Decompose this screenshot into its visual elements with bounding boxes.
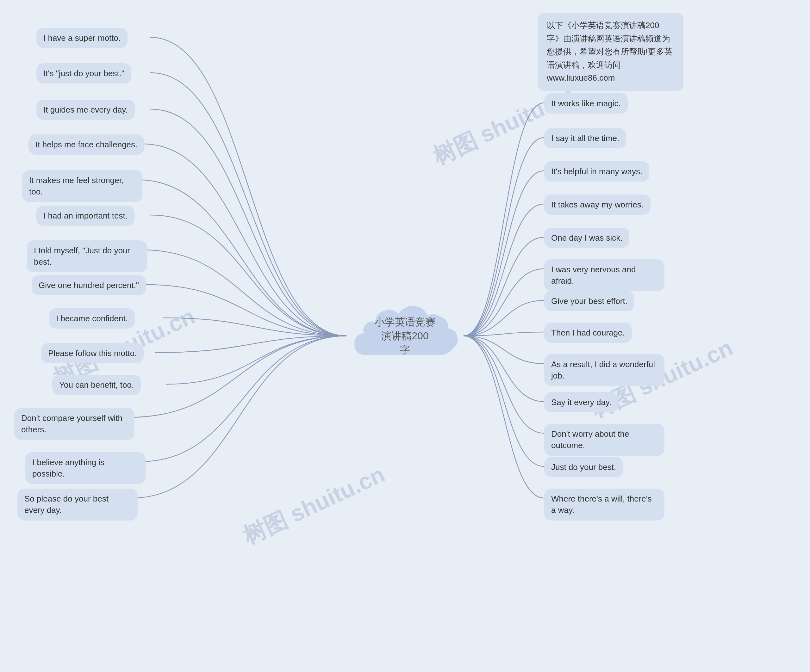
right-node-r11: Don't worry about the outcome. <box>544 424 665 456</box>
right-node-r1: It works like magic. <box>544 93 628 113</box>
right-node-r13: Where there's a will, there's a way. <box>544 488 665 520</box>
left-node-l13: I believe anything is possible. <box>25 452 145 484</box>
center-cloud-text: 小学英语竞赛演讲稿200 字 <box>373 315 437 357</box>
left-node-l14: So please do your best every day. <box>17 488 138 520</box>
right-node-r5: One day I was sick. <box>544 228 629 248</box>
left-node-l12: Don't compare yourself with others. <box>14 408 135 440</box>
left-node-l6: I had an important test. <box>36 205 135 226</box>
right-node-r10: Say it every day. <box>544 392 618 413</box>
left-node-l11: You can benefit, too. <box>52 375 141 395</box>
right-node-r7: Give your best effort. <box>544 291 634 311</box>
left-node-l9: I became confident. <box>49 308 135 328</box>
info-box-text: 以下《小学英语竞赛演讲稿200字》由演讲稿网英语演讲稿频道为您提供，希望对您有所… <box>547 20 672 83</box>
left-node-l10: Please follow this motto. <box>41 343 143 363</box>
right-node-r12: Just do your best. <box>544 457 623 477</box>
center-cloud-container: 小学英语竞赛演讲稿200 字 <box>339 286 471 387</box>
right-node-r6: I was very nervous and afraid. <box>544 259 665 291</box>
right-node-r9: As a result, I did a wonderful job. <box>544 354 665 386</box>
left-node-l7: I told myself, "Just do your best. <box>27 240 147 272</box>
left-node-l3: It guides me every day. <box>36 99 135 120</box>
left-node-l8: Give one hundred percent." <box>32 275 146 295</box>
right-node-r3: It's helpful in many ways. <box>544 161 649 182</box>
mind-map: 以下《小学英语竞赛演讲稿200字》由演讲稿网英语演讲稿频道为您提供，希望对您有所… <box>0 0 810 672</box>
left-node-l4: It helps me face challenges. <box>29 135 144 155</box>
info-box: 以下《小学英语竞赛演讲稿200字》由演讲稿网英语演讲稿频道为您提供，希望对您有所… <box>538 13 683 91</box>
left-node-l1: I have a super motto. <box>36 28 128 48</box>
right-node-r8: Then I had courage. <box>544 323 632 343</box>
right-node-r2: I say it all the time. <box>544 128 626 148</box>
center-cloud: 小学英语竞赛演讲稿200 字 <box>342 292 468 381</box>
left-node-l2: It's "just do your best." <box>36 63 131 84</box>
left-node-l5: It makes me feel stronger, too. <box>22 170 142 202</box>
right-node-r4: It takes away my worries. <box>544 194 651 215</box>
watermark-2: 树图 shuitu.cn <box>238 459 390 551</box>
